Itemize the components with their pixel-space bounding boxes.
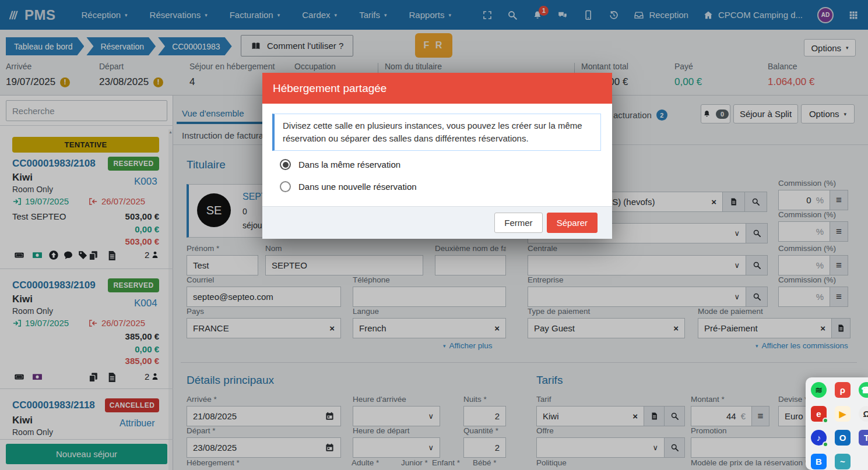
modal-title: Hébergement partagée	[262, 73, 612, 104]
separate-button[interactable]: Séparer	[547, 213, 598, 233]
radio-same-reservation[interactable]: Dans la même réservation	[280, 159, 400, 170]
whatsapp-icon[interactable]: ☎	[859, 382, 868, 398]
radio-selected-icon[interactable]	[280, 159, 291, 170]
podcast-icon[interactable]: Ω	[859, 406, 868, 422]
online-dot	[823, 441, 828, 447]
shared-accommodation-modal: Hébergement partagée Divisez cette salle…	[262, 73, 612, 239]
radio-unselected-icon[interactable]	[280, 181, 291, 192]
red-app-icon[interactable]: e	[811, 406, 827, 422]
radio-new-reservation[interactable]: Dans une nouvelle réservation	[280, 181, 417, 192]
outlook-icon[interactable]: O	[835, 430, 851, 446]
modal-footer: Fermer Séparer	[262, 206, 612, 239]
modal-info-message: Divisez cette salle en plusieurs instanc…	[272, 114, 601, 151]
red-p-app-icon[interactable]: ρ	[835, 382, 851, 398]
display-icon[interactable]: ~	[835, 454, 851, 469]
teams-icon[interactable]: T	[859, 430, 868, 446]
bluetooth-icon[interactable]: B	[811, 454, 827, 469]
system-tray-popup: ≋ ρ ☎ e ▶ Ω ♪ O T B ~	[806, 377, 868, 470]
close-button[interactable]: Fermer	[494, 213, 542, 233]
audio-app-icon[interactable]: ♪	[811, 430, 827, 446]
media-player-icon[interactable]: ▶	[835, 406, 851, 422]
spotify-icon[interactable]: ≋	[811, 382, 827, 398]
online-dot	[823, 418, 828, 423]
